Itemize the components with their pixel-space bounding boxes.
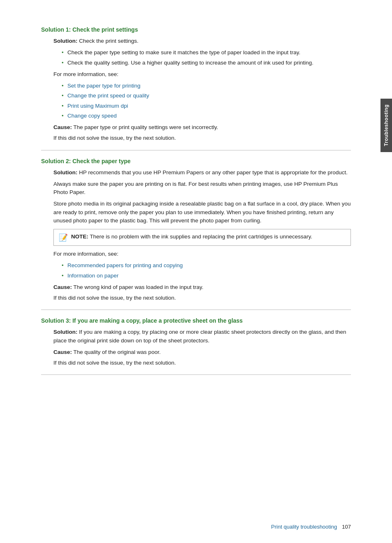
link-print-max-dpi[interactable]: Print using Maximum dpi xyxy=(67,103,128,109)
footer-link[interactable]: Print quality troubleshooting xyxy=(271,524,337,530)
solution-2-block: Solution 2: Check the paper type Solutio… xyxy=(41,158,351,303)
link-set-paper-type[interactable]: Set the paper type for printing xyxy=(67,83,141,89)
solution-3-cause-body: The quality of the original was poor. xyxy=(72,349,161,355)
side-tab: Troubleshooting xyxy=(380,99,392,152)
solution-1-content: Solution: Check the print settings. Chec… xyxy=(53,37,351,143)
list-item: Information on paper xyxy=(62,272,351,280)
list-item: Set the paper type for printing xyxy=(62,82,351,90)
divider-3 xyxy=(41,374,351,375)
solution-3-solution-body: If you are making a copy, try placing on… xyxy=(53,329,346,343)
solution-1-solution-body: Check the print settings. xyxy=(77,38,138,44)
solution-1-next: If this did not solve the issue, try the… xyxy=(53,134,351,142)
list-item: Check the paper type setting to make sur… xyxy=(62,49,351,57)
note-label: NOTE: xyxy=(71,233,88,240)
list-item: Print using Maximum dpi xyxy=(62,102,351,110)
solution-3-solution-text: Solution: If you are making a copy, try … xyxy=(53,328,351,345)
link-change-copy-speed[interactable]: Change copy speed xyxy=(67,113,117,119)
note-text: NOTE: There is no problem with the ink s… xyxy=(71,233,312,241)
solution-1-cause: Cause: The paper type or print quality s… xyxy=(53,123,351,132)
solution-2-cause: Cause: The wrong kind of paper was loade… xyxy=(53,283,351,291)
solution-3-content: Solution: If you are making a copy, try … xyxy=(53,328,351,367)
solution-1-links-list: Set the paper type for printing Change t… xyxy=(62,82,351,120)
side-tab-label: Troubleshooting xyxy=(383,104,389,146)
footer: Print quality troubleshooting 107 xyxy=(271,524,351,530)
solution-3-next: If this did not solve the issue, try the… xyxy=(53,359,351,367)
solution-2-para2: Store photo media in its original packag… xyxy=(53,200,351,225)
solution-3-solution-label: Solution: xyxy=(53,329,77,335)
list-item: Recommended papers for printing and copy… xyxy=(62,261,351,270)
note-body: There is no problem with the ink supplie… xyxy=(88,233,312,240)
solution-2-for-more-info: For more information, see: xyxy=(53,250,351,258)
footer-page-number: 107 xyxy=(342,524,351,530)
note-icon: 📝 xyxy=(59,233,68,242)
list-item: Change copy speed xyxy=(62,112,351,120)
link-change-print-speed[interactable]: Change the print speed or quality xyxy=(67,92,149,99)
solution-1-solution-label: Solution: xyxy=(53,38,77,44)
solution-2-para1: Always make sure the paper you are print… xyxy=(53,180,351,197)
solution-2-solution-text: Solution: HP recommends that you use HP … xyxy=(53,169,351,177)
list-item: Change the print speed or quality xyxy=(62,92,351,100)
solution-3-block: Solution 3: If you are making a copy, pl… xyxy=(41,317,351,367)
link-information-on-paper[interactable]: Information on paper xyxy=(67,273,119,279)
solution-1-solution-text: Solution: Check the print settings. xyxy=(53,37,351,45)
solution-1-heading: Solution 1: Check the print settings xyxy=(41,26,351,33)
solution-2-links-list: Recommended papers for printing and copy… xyxy=(62,261,351,280)
page: Troubleshooting Solution 1: Check the pr… xyxy=(0,0,392,543)
divider-1 xyxy=(41,150,351,150)
solution-3-heading: Solution 3: If you are making a copy, pl… xyxy=(41,317,351,324)
solution-1-cause-label: Cause: xyxy=(53,124,72,130)
solution-2-content: Solution: HP recommends that you use HP … xyxy=(53,169,351,303)
solution-2-next: If this did not solve the issue, try the… xyxy=(53,294,351,302)
solution-3-cause: Cause: The quality of the original was p… xyxy=(53,348,351,356)
solution-2-cause-label: Cause: xyxy=(53,284,72,290)
solution-1-for-more-info: For more information, see: xyxy=(53,70,351,79)
solution-1-cause-body: The paper type or print quality settings… xyxy=(72,124,218,130)
solution-3-cause-label: Cause: xyxy=(53,349,72,355)
solution-2-cause-body: The wrong kind of paper was loaded in th… xyxy=(72,284,203,290)
solution-2-solution-body: HP recommends that you use HP Premium Pa… xyxy=(77,169,348,176)
divider-2 xyxy=(41,310,351,310)
solution-2-heading: Solution 2: Check the paper type xyxy=(41,158,351,164)
link-recommended-papers[interactable]: Recommended papers for printing and copy… xyxy=(67,262,183,268)
note-box: 📝 NOTE: There is no problem with the ink… xyxy=(53,229,351,246)
solution-1-bullets: Check the paper type setting to make sur… xyxy=(62,49,351,67)
solution-1-block: Solution 1: Check the print settings Sol… xyxy=(41,26,351,143)
list-item: Check the quality setting. Use a higher … xyxy=(62,59,351,67)
solution-2-solution-label: Solution: xyxy=(53,169,77,176)
